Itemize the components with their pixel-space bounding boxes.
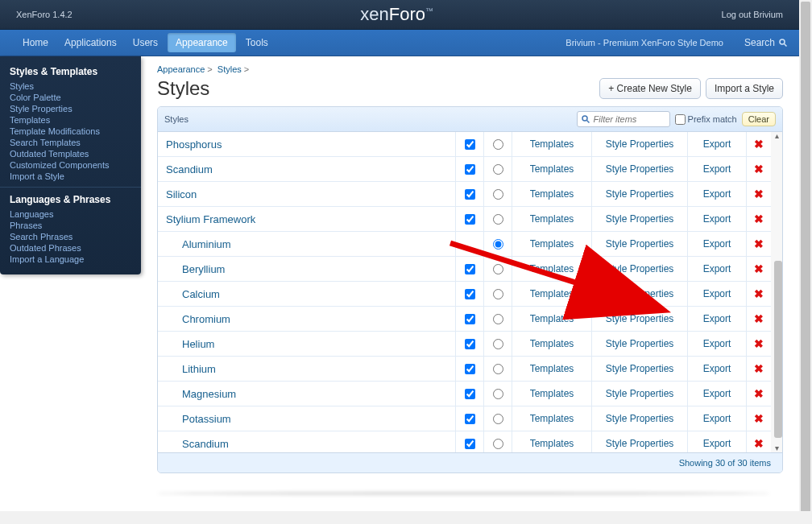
delete-icon[interactable]: ✖ bbox=[754, 262, 764, 275]
export-link[interactable]: Export bbox=[687, 357, 746, 381]
sidebar-item-outdated-phrases[interactable]: Outdated Phrases bbox=[0, 242, 141, 254]
export-link[interactable]: Export bbox=[687, 182, 746, 206]
delete-icon[interactable]: ✖ bbox=[754, 387, 764, 400]
enable-checkbox[interactable] bbox=[465, 389, 475, 399]
style-name-link[interactable]: Scandium bbox=[158, 163, 455, 175]
clear-button[interactable]: Clear bbox=[742, 112, 776, 126]
export-link[interactable]: Export bbox=[687, 332, 746, 356]
delete-icon[interactable]: ✖ bbox=[754, 237, 764, 250]
sidebar-item-import-style[interactable]: Import a Style bbox=[0, 171, 141, 182]
delete-icon[interactable]: ✖ bbox=[754, 287, 764, 300]
export-link[interactable]: Export bbox=[687, 207, 746, 231]
enable-checkbox[interactable] bbox=[465, 164, 475, 175]
sidebar-item-search-phrases[interactable]: Search Phrases bbox=[0, 231, 141, 242]
delete-icon[interactable]: ✖ bbox=[754, 212, 764, 225]
export-link[interactable]: Export bbox=[687, 307, 746, 331]
default-radio[interactable] bbox=[493, 314, 503, 324]
enable-checkbox[interactable] bbox=[465, 189, 475, 200]
nav-tools[interactable]: Tools bbox=[238, 30, 276, 56]
demo-link[interactable]: Brivium - Premium XenForo Style Demo bbox=[556, 30, 733, 56]
style-properties-link[interactable]: Style Properties bbox=[591, 382, 687, 406]
export-link[interactable]: Export bbox=[687, 382, 746, 406]
default-radio[interactable] bbox=[493, 214, 503, 225]
style-properties-link[interactable]: Style Properties bbox=[591, 307, 687, 331]
style-name-link[interactable]: Aluminium bbox=[158, 238, 455, 250]
style-name-link[interactable]: Calcium bbox=[158, 288, 455, 300]
enable-checkbox[interactable] bbox=[465, 339, 475, 349]
default-radio[interactable] bbox=[493, 364, 503, 374]
style-properties-link[interactable]: Style Properties bbox=[591, 357, 687, 381]
nav-applications[interactable]: Applications bbox=[56, 30, 125, 56]
list-scrollbar[interactable]: ▴ ▾ bbox=[771, 132, 782, 452]
default-radio[interactable] bbox=[493, 264, 503, 274]
sidebar-item-search-templates[interactable]: Search Templates bbox=[0, 137, 141, 148]
export-link[interactable]: Export bbox=[687, 406, 746, 431]
sidebar-item-style-properties[interactable]: Style Properties bbox=[0, 103, 141, 114]
default-radio[interactable] bbox=[493, 289, 503, 299]
style-properties-link[interactable]: Style Properties bbox=[591, 132, 687, 156]
templates-link[interactable]: Templates bbox=[512, 157, 591, 181]
sidebar-item-color-palette[interactable]: Color Palette bbox=[0, 92, 141, 103]
style-name-link[interactable]: Scandium bbox=[158, 438, 455, 450]
templates-link[interactable]: Templates bbox=[512, 406, 591, 431]
style-name-link[interactable]: Phosphorus bbox=[158, 138, 455, 151]
export-link[interactable]: Export bbox=[687, 431, 746, 452]
default-radio[interactable] bbox=[493, 189, 503, 200]
import-a-style-button[interactable]: Import a Style bbox=[706, 78, 783, 99]
prefix-match-toggle[interactable]: Prefix match bbox=[675, 114, 737, 125]
default-radio[interactable] bbox=[493, 389, 503, 399]
style-name-link[interactable]: Helium bbox=[158, 338, 455, 350]
templates-link[interactable]: Templates bbox=[512, 431, 591, 452]
sidebar-item-template-modifications[interactable]: Template Modifications bbox=[0, 126, 141, 137]
default-radio[interactable] bbox=[493, 339, 503, 349]
sidebar-item-phrases[interactable]: Phrases bbox=[0, 220, 141, 231]
style-properties-link[interactable]: Style Properties bbox=[591, 207, 687, 231]
templates-link[interactable]: Templates bbox=[512, 382, 591, 406]
default-radio[interactable] bbox=[493, 164, 503, 175]
scroll-thumb[interactable] bbox=[774, 261, 782, 438]
style-properties-link[interactable]: Style Properties bbox=[591, 157, 687, 181]
browser-scrollbar-horizontal[interactable] bbox=[0, 511, 812, 524]
style-name-link[interactable]: Beryllium bbox=[158, 263, 455, 275]
delete-icon[interactable]: ✖ bbox=[754, 188, 764, 200]
templates-link[interactable]: Templates bbox=[512, 207, 591, 231]
export-link[interactable]: Export bbox=[687, 157, 746, 181]
style-name-link[interactable]: Lithium bbox=[158, 363, 455, 375]
scroll-up-arrow-icon[interactable]: ▴ bbox=[773, 132, 781, 140]
style-properties-link[interactable]: Style Properties bbox=[591, 182, 687, 206]
nav-users[interactable]: Users bbox=[125, 30, 166, 56]
enable-checkbox[interactable] bbox=[465, 139, 475, 150]
export-link[interactable]: Export bbox=[687, 232, 746, 256]
enable-checkbox[interactable] bbox=[465, 314, 475, 324]
default-radio[interactable] bbox=[493, 439, 503, 449]
templates-link[interactable]: Templates bbox=[512, 357, 591, 381]
templates-link[interactable]: Templates bbox=[512, 232, 591, 256]
delete-icon[interactable]: ✖ bbox=[754, 412, 764, 425]
sidebar-item-languages[interactable]: Languages bbox=[0, 208, 141, 220]
enable-checkbox[interactable] bbox=[465, 364, 475, 374]
scroll-down-arrow-icon[interactable]: ▾ bbox=[773, 444, 781, 452]
enable-checkbox[interactable] bbox=[465, 264, 475, 274]
style-name-link[interactable]: Silicon bbox=[158, 188, 455, 200]
browser-scrollbar-vertical[interactable] bbox=[799, 0, 812, 524]
export-link[interactable]: Export bbox=[687, 257, 746, 281]
templates-link[interactable]: Templates bbox=[512, 332, 591, 356]
nav-appearance[interactable]: Appearance bbox=[168, 33, 236, 52]
sidebar-item-templates[interactable]: Templates bbox=[0, 114, 141, 126]
logout-link[interactable]: Log out Brivium bbox=[722, 10, 799, 19]
style-properties-link[interactable]: Style Properties bbox=[591, 257, 687, 281]
breadcrumb-styles[interactable]: Styles bbox=[218, 64, 242, 74]
style-properties-link[interactable]: Style Properties bbox=[591, 282, 687, 306]
delete-icon[interactable]: ✖ bbox=[754, 337, 764, 350]
delete-icon[interactable]: ✖ bbox=[754, 138, 764, 151]
delete-icon[interactable]: ✖ bbox=[754, 362, 764, 375]
style-name-link[interactable]: Chromium bbox=[158, 313, 455, 325]
default-radio[interactable] bbox=[493, 139, 503, 150]
style-properties-link[interactable]: Style Properties bbox=[591, 332, 687, 356]
sidebar-item-outdated-templates[interactable]: Outdated Templates bbox=[0, 148, 141, 159]
templates-link[interactable]: Templates bbox=[512, 182, 591, 206]
default-radio[interactable] bbox=[493, 414, 503, 424]
templates-link[interactable]: Templates bbox=[512, 257, 591, 281]
default-radio[interactable] bbox=[493, 239, 503, 250]
delete-icon[interactable]: ✖ bbox=[754, 163, 764, 175]
